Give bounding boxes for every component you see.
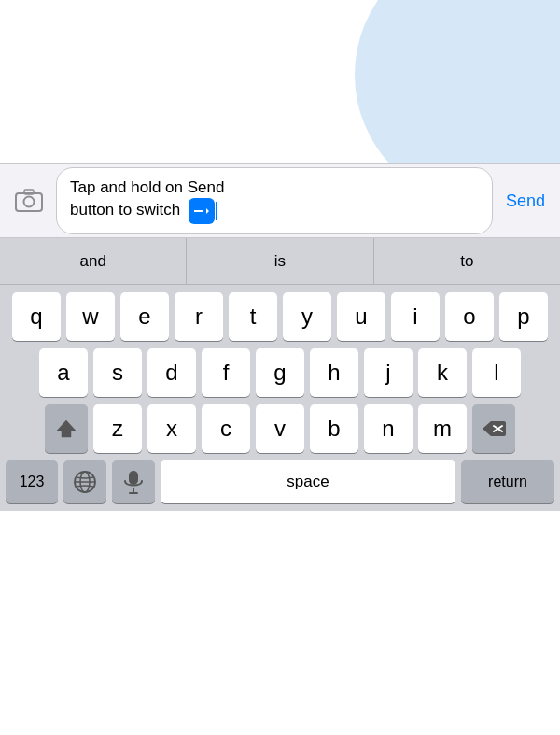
key-b[interactable]: b	[310, 404, 358, 453]
decorative-circle	[355, 0, 560, 163]
key-a[interactable]: a	[39, 348, 88, 397]
svg-rect-11	[129, 471, 138, 485]
key-w[interactable]: w	[66, 292, 115, 341]
camera-button[interactable]	[11, 183, 47, 219]
key-m[interactable]: m	[418, 404, 467, 453]
message-input[interactable]: Tap and hold on Sendbutton to switch	[56, 167, 493, 235]
key-i[interactable]: i	[391, 292, 440, 341]
key-j[interactable]: j	[364, 348, 413, 397]
globe-key[interactable]	[63, 460, 106, 503]
key-u[interactable]: u	[337, 292, 385, 341]
key-p[interactable]: p	[499, 292, 548, 341]
svg-rect-2	[24, 190, 34, 194]
send-button[interactable]: Send	[502, 191, 549, 211]
send-arrow-icon	[189, 198, 215, 224]
keyboard-bottom-row: 123 space return	[3, 460, 557, 503]
key-e[interactable]: e	[120, 292, 169, 341]
key-c[interactable]: c	[202, 404, 250, 453]
key-q[interactable]: q	[12, 292, 61, 341]
key-o[interactable]: o	[445, 292, 494, 341]
key-l[interactable]: l	[472, 348, 521, 397]
key-v[interactable]: v	[256, 404, 304, 453]
keyboard-row-1: q w e r t y u i o p	[3, 292, 557, 341]
key-d[interactable]: d	[147, 348, 196, 397]
key-x[interactable]: x	[147, 404, 196, 453]
key-z[interactable]: z	[93, 404, 142, 453]
key-n[interactable]: n	[364, 404, 413, 453]
return-key[interactable]: return	[461, 460, 554, 503]
numbers-key[interactable]: 123	[6, 460, 58, 503]
svg-marker-5	[57, 420, 76, 437]
svg-point-1	[24, 197, 35, 207]
predictive-item-is[interactable]: is	[187, 238, 373, 284]
input-bar: Tap and hold on Sendbutton to switch Sen…	[0, 163, 560, 238]
svg-rect-4	[194, 210, 203, 212]
key-y[interactable]: y	[283, 292, 331, 341]
shift-key[interactable]	[45, 404, 88, 453]
key-t[interactable]: t	[229, 292, 277, 341]
predictive-item-to[interactable]: to	[374, 238, 560, 284]
top-area	[0, 0, 560, 163]
key-s[interactable]: s	[93, 348, 142, 397]
text-cursor	[216, 202, 217, 220]
key-r[interactable]: r	[175, 292, 223, 341]
key-f[interactable]: f	[202, 348, 250, 397]
keyboard: q w e r t y u i o p a s d f g h j k l z …	[0, 285, 560, 511]
backspace-key[interactable]	[472, 404, 515, 453]
message-text: Tap and hold on Sendbutton to switch	[70, 177, 224, 225]
space-key[interactable]: space	[161, 460, 455, 503]
key-k[interactable]: k	[418, 348, 467, 397]
key-h[interactable]: h	[310, 348, 358, 397]
predictive-item-and[interactable]: and	[0, 238, 187, 284]
microphone-key[interactable]	[112, 460, 155, 503]
predictive-bar: and is to	[0, 238, 560, 285]
key-g[interactable]: g	[256, 348, 304, 397]
keyboard-row-2: a s d f g h j k l	[3, 348, 557, 397]
keyboard-row-3: z x c v b n m	[3, 404, 557, 453]
